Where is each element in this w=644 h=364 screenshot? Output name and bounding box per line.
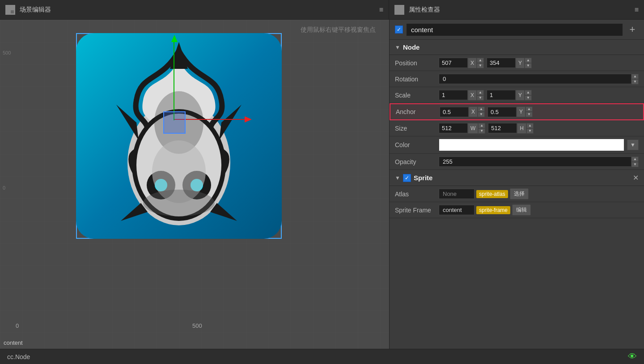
anchor-y-up[interactable]: ▲ bbox=[525, 106, 533, 112]
sprite-frame-row: Sprite Frame sprite-frame 编辑 bbox=[390, 202, 644, 218]
rotation-spinners: ▲ ▼ bbox=[631, 74, 639, 85]
anchor-x-group: X ▲ ▼ bbox=[440, 106, 485, 117]
component-checkbox[interactable] bbox=[395, 25, 403, 34]
opacity-row: Opacity ▲ ▼ bbox=[390, 154, 644, 170]
scale-y-group: Y ▲ ▼ bbox=[487, 90, 532, 101]
size-w-input[interactable] bbox=[439, 123, 468, 133]
scale-y-up[interactable]: ▲ bbox=[525, 90, 532, 95]
atlas-badge: sprite-atlas bbox=[476, 190, 508, 198]
color-label: Color bbox=[395, 141, 435, 148]
opacity-fields: ▲ ▼ bbox=[439, 157, 639, 167]
color-row: Color ▼ bbox=[390, 136, 644, 154]
position-x-axis: X bbox=[468, 58, 477, 68]
position-row: Position X ▲ ▼ Y ▲ ▼ bbox=[390, 55, 644, 71]
visibility-eye-icon[interactable]: 👁 bbox=[628, 351, 637, 362]
color-dropdown-button[interactable]: ▼ bbox=[627, 140, 639, 150]
node-type-label: cc.Node bbox=[7, 353, 30, 360]
ruler-label-500: 500 bbox=[3, 50, 11, 55]
position-x-spinners: ▲ ▼ bbox=[477, 58, 484, 68]
rotation-down[interactable]: ▼ bbox=[631, 79, 639, 85]
svg-rect-2 bbox=[7, 10, 10, 13]
scale-x-input[interactable] bbox=[439, 90, 468, 100]
svg-rect-1 bbox=[11, 6, 14, 9]
sprite-checkbox[interactable] bbox=[403, 174, 411, 182]
scene-menu-icon[interactable]: ≡ bbox=[379, 6, 383, 14]
size-h-group: H ▲ ▼ bbox=[488, 123, 534, 134]
hint-text: 使用鼠标右键平移视窗焦点 bbox=[301, 26, 376, 34]
size-w-up[interactable]: ▲ bbox=[478, 123, 485, 128]
add-component-button[interactable]: + bbox=[626, 23, 639, 36]
atlas-fields: sprite-atlas 选择 bbox=[439, 188, 639, 199]
size-h-down[interactable]: ▼ bbox=[526, 128, 534, 134]
coord-origin-label: 0 bbox=[16, 322, 19, 329]
flame-character-svg bbox=[76, 33, 282, 239]
anchor-y-down[interactable]: ▼ bbox=[525, 112, 533, 117]
component-name-input[interactable] bbox=[407, 24, 623, 36]
scale-x-up[interactable]: ▲ bbox=[477, 90, 484, 95]
atlas-row: Atlas sprite-atlas 选择 bbox=[390, 186, 644, 202]
component-name-bar: + bbox=[390, 20, 644, 40]
sprite-frame-label: Sprite Frame bbox=[395, 207, 435, 214]
anchor-x-down[interactable]: ▼ bbox=[478, 112, 485, 117]
position-y-input[interactable] bbox=[487, 58, 516, 68]
atlas-select-button[interactable]: 选择 bbox=[510, 188, 529, 199]
properties-panel: + ▼ Node Position X ▲ ▼ Y bbox=[389, 20, 644, 349]
gizmo-y-arrow bbox=[171, 35, 178, 42]
sprite-frame-input[interactable] bbox=[439, 205, 475, 215]
sprite-area[interactable] bbox=[76, 33, 282, 239]
rotation-input[interactable] bbox=[439, 74, 631, 84]
scale-label: Scale bbox=[395, 92, 435, 99]
properties-panel-header: 属性检查器 ≡ bbox=[389, 0, 644, 19]
position-y-group: Y ▲ ▼ bbox=[487, 58, 532, 68]
sprite-frame-edit-button[interactable]: 编辑 bbox=[512, 204, 531, 216]
scale-y-input[interactable] bbox=[487, 90, 516, 100]
svg-rect-6 bbox=[395, 9, 399, 10]
position-y-down[interactable]: ▼ bbox=[525, 63, 532, 68]
position-x-down[interactable]: ▼ bbox=[477, 63, 484, 68]
node-section-title: Node bbox=[403, 43, 420, 51]
opacity-input[interactable] bbox=[439, 157, 631, 167]
scale-y-down[interactable]: ▼ bbox=[525, 95, 532, 101]
gizmo-x-arrow bbox=[245, 116, 252, 123]
rotation-label: Rotation bbox=[395, 76, 435, 83]
svg-rect-3 bbox=[11, 10, 14, 13]
size-w-down[interactable]: ▼ bbox=[478, 128, 485, 134]
ruler-label-0: 0 bbox=[3, 185, 5, 190]
properties-panel-title: 属性检查器 bbox=[409, 6, 440, 14]
anchor-x-up[interactable]: ▲ bbox=[478, 106, 485, 112]
anchor-label: Anchor bbox=[396, 108, 436, 115]
color-swatch[interactable] bbox=[439, 139, 624, 151]
scene-viewport[interactable]: 使用鼠标右键平移视窗焦点 500 0 500 0 bbox=[0, 20, 389, 349]
size-h-up[interactable]: ▲ bbox=[526, 123, 534, 128]
svg-rect-0 bbox=[7, 6, 10, 9]
size-w-axis: W bbox=[468, 123, 478, 134]
scene-editor-icon bbox=[5, 5, 15, 15]
sprite-section-header: ▼ Sprite ✕ bbox=[390, 170, 644, 186]
rotation-up[interactable]: ▲ bbox=[631, 74, 639, 79]
scale-x-down[interactable]: ▼ bbox=[477, 95, 484, 101]
anchor-fields: X ▲ ▼ Y ▲ ▼ bbox=[440, 106, 638, 117]
node-section-header: ▼ Node bbox=[390, 40, 644, 55]
gizmo-y-line bbox=[174, 42, 174, 120]
position-fields: X ▲ ▼ Y ▲ ▼ bbox=[439, 58, 639, 68]
position-label: Position bbox=[395, 59, 435, 67]
position-x-input[interactable] bbox=[439, 58, 468, 68]
svg-rect-8 bbox=[395, 13, 399, 13]
anchor-x-input[interactable] bbox=[440, 107, 469, 117]
properties-icon bbox=[394, 5, 404, 15]
properties-menu-icon[interactable]: ≡ bbox=[635, 6, 639, 14]
node-arrow-icon: ▼ bbox=[395, 44, 400, 51]
size-w-group: W ▲ ▼ bbox=[439, 123, 485, 134]
position-y-up[interactable]: ▲ bbox=[525, 58, 532, 63]
anchor-x-axis: X bbox=[469, 106, 478, 117]
svg-rect-5 bbox=[400, 6, 404, 7]
opacity-down[interactable]: ▼ bbox=[631, 162, 639, 167]
position-x-up[interactable]: ▲ bbox=[477, 58, 484, 63]
atlas-none-input[interactable] bbox=[439, 189, 475, 199]
scale-y-spinners: ▲ ▼ bbox=[525, 90, 532, 101]
anchor-y-input[interactable] bbox=[487, 107, 517, 117]
size-h-axis: H bbox=[517, 123, 526, 134]
sprite-close-icon[interactable]: ✕ bbox=[633, 174, 639, 182]
opacity-up[interactable]: ▲ bbox=[631, 157, 639, 162]
size-h-input[interactable] bbox=[488, 123, 517, 133]
